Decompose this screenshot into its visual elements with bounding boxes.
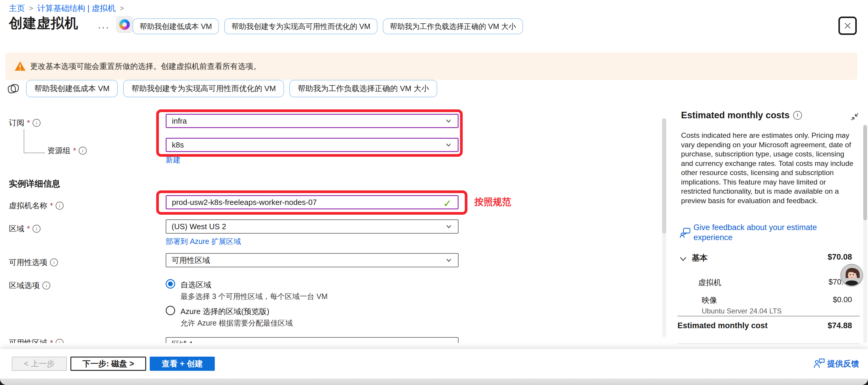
copilot-button[interactable] [116, 16, 133, 33]
estimate-feedback-link[interactable]: Give feedback about your estimate experi… [693, 222, 851, 243]
chevron-down-icon [445, 223, 453, 230]
radio-azure-select-label[interactable]: Azure 选择的区域(预览版) [181, 306, 269, 317]
breadcrumb: 主页 > 计算基础结构 | 虚拟机 > [9, 3, 124, 13]
chevron-down-icon[interactable] [679, 254, 687, 263]
info-icon[interactable]: i [79, 147, 87, 155]
info-icon[interactable]: i [33, 119, 40, 127]
window-bottom-strip [0, 379, 868, 385]
availability-zones-row-clipped: 可用性区域* i 区域 1 [0, 335, 661, 343]
radio-self-select-zones[interactable] [166, 279, 175, 289]
cost-total-value: $74.88 [769, 321, 852, 330]
cost-panel-title: Estimated monthly costs i [681, 110, 802, 121]
tree-connector [24, 153, 45, 153]
resource-group-label: 资源组* i [47, 146, 87, 156]
radio-azure-select-sub: 允许 Azure 根据需要分配最佳区域 [181, 318, 292, 328]
breadcrumb-separator-icon: > [120, 4, 124, 12]
chip-right-vm-size[interactable]: 帮助我为工作负载选择正确的 VM 大小 [289, 80, 437, 97]
divider [678, 344, 860, 344]
tree-connector [24, 129, 24, 153]
chevron-down-icon [445, 256, 453, 264]
radio-azure-select-zones[interactable] [166, 306, 175, 315]
chip-low-cost-vm[interactable]: 帮助我创建低成本 VM [26, 80, 118, 97]
availability-zones-dropdown[interactable]: 区域 1 [166, 337, 459, 343]
cost-panel-description: Costs indicated here are estimates only.… [681, 131, 856, 205]
radio-self-select-sub: 最多选择 3 个可用性区域，每个区域一台 VM [181, 292, 328, 301]
breadcrumb-home-link[interactable]: 主页 [9, 3, 25, 13]
info-icon[interactable]: i [56, 202, 64, 210]
availability-zones-label: 可用性区域* i [9, 338, 64, 343]
chevron-down-icon [445, 117, 452, 125]
region-label: 区域* i [9, 224, 40, 234]
previous-step-button[interactable]: < 上一步 [12, 357, 67, 371]
review-create-button[interactable]: 查看 + 创建 [150, 357, 215, 371]
chip-low-cost-vm[interactable]: 帮助我创建低成本 VM [132, 18, 219, 34]
chip-high-availability-vm[interactable]: 帮助我创建专为实现高可用性而优化的 VM [224, 18, 377, 34]
warning-text: 更改基本选项可能会重置所做的选择。创建虚拟机前查看所有选项。 [30, 61, 261, 71]
page-scrollbar-thumb[interactable] [863, 125, 867, 220]
cost-row-value: $0.00 [769, 295, 852, 304]
subscription-dropdown[interactable]: infra [166, 114, 459, 128]
availability-options-dropdown[interactable]: 可用性区域 [166, 253, 459, 267]
info-icon[interactable]: i [42, 282, 50, 289]
subscription-label: 订阅* i [9, 118, 40, 128]
content-scrollbar-thumb[interactable] [662, 118, 666, 234]
assistant-avatar[interactable] [840, 264, 863, 287]
divider [678, 316, 860, 316]
vm-name-input[interactable] [166, 195, 459, 210]
more-menu-button[interactable]: ··· [98, 21, 110, 33]
cost-row-label: 虚拟机 [698, 277, 721, 288]
valid-check-icon: ✓ [443, 197, 452, 210]
availability-options-label: 可用性选项 i [9, 257, 58, 267]
cost-row-label: 映像 [702, 295, 717, 306]
zone-options-label: 区域选项 i [9, 280, 50, 291]
collapse-panel-icon[interactable] [850, 112, 860, 122]
annotation-text: 按照规范 [474, 196, 511, 208]
cost-row-sub: Ubuntu Server 24.04 LTS [702, 307, 782, 315]
next-step-disks-button[interactable]: 下一步: 磁盘 > [70, 357, 146, 371]
chip-right-vm-size[interactable]: 帮助我为工作负载选择正确的 VM 大小 [383, 18, 523, 34]
breadcrumb-section-link[interactable]: 计算基础结构 | 虚拟机 [37, 3, 116, 13]
cost-group-label[interactable]: 基本 [692, 253, 708, 263]
vm-name-label: 虚拟机名称* i [9, 200, 64, 211]
avatar-image [841, 265, 862, 286]
chevron-down-icon [445, 141, 452, 149]
copilot-icon [119, 19, 130, 30]
chevron-down-icon [445, 340, 453, 343]
extended-zone-link[interactable]: 部署到 Azure 扩展区域 [166, 236, 241, 246]
feedback-bubbles-icon [679, 226, 692, 239]
resource-group-dropdown[interactable]: k8s [166, 138, 459, 152]
radio-self-select-label[interactable]: 自选区域 [181, 280, 211, 290]
create-vm-page: 主页 > 计算基础结构 | 虚拟机 > 创建虚拟机 ··· 帮助我创建低成本 V… [0, 0, 868, 385]
instance-details-heading: 实例详细信息 [9, 178, 60, 190]
info-icon[interactable]: i [793, 111, 802, 120]
close-button[interactable] [838, 17, 857, 35]
page-title: 创建虚拟机 [9, 14, 79, 33]
info-icon[interactable]: i [56, 339, 64, 343]
region-dropdown[interactable]: (US) West US 2 [166, 219, 459, 234]
copilot-suggestion-chips-top: 帮助我创建低成本 VM 帮助我创建专为实现高可用性而优化的 VM 帮助我为工作负… [132, 18, 523, 34]
warning-icon [14, 61, 26, 71]
copilot-outline-icon [6, 82, 20, 96]
breadcrumb-separator-icon: > [29, 4, 33, 12]
copilot-suggestion-chips-inline: 帮助我创建低成本 VM 帮助我创建专为实现高可用性而优化的 VM 帮助我为工作负… [26, 80, 437, 97]
close-icon [843, 21, 852, 30]
cost-row-value: $70.08 [769, 277, 852, 287]
warning-banner: 更改基本选项可能会重置所做的选择。创建虚拟机前查看所有选项。 [5, 53, 857, 80]
info-icon[interactable]: i [33, 225, 40, 233]
provide-feedback-link[interactable]: 提供反馈 [827, 358, 859, 369]
feedback-person-icon [813, 357, 826, 369]
info-icon[interactable]: i [50, 258, 58, 266]
create-new-link[interactable]: 新建 [166, 155, 181, 165]
chip-high-availability-vm[interactable]: 帮助我创建专为实现高可用性而优化的 VM [123, 80, 284, 97]
cost-total-label: Estimated monthly cost [678, 321, 768, 330]
cost-group-value: $70.08 [769, 253, 852, 262]
